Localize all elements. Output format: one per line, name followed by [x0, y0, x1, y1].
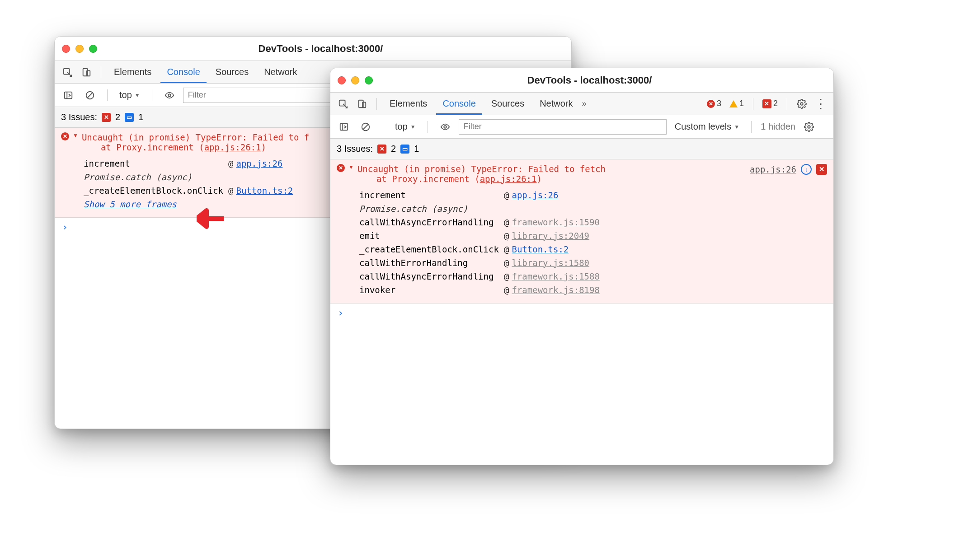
- warn-count-badge[interactable]: 1: [727, 99, 747, 108]
- error-message: ✕ ▼ Uncaught (in promise) TypeError: Fai…: [330, 159, 833, 303]
- error-source-link[interactable]: app.js:26:1: [480, 174, 537, 184]
- frame-source-link[interactable]: app.js:26: [236, 159, 282, 168]
- message-badge-icon: ▭: [400, 145, 409, 154]
- issues-msg-count: 1: [414, 144, 419, 154]
- filter-placeholder: Filter: [464, 122, 482, 131]
- eye-icon[interactable]: [161, 87, 178, 103]
- sidebar-toggle-icon[interactable]: [336, 119, 352, 135]
- filter-input[interactable]: Filter: [459, 119, 667, 135]
- dismiss-error-icon[interactable]: ✕: [816, 164, 827, 175]
- tab-console[interactable]: Console: [436, 93, 482, 115]
- issues-count-badge[interactable]: ✕ 2: [760, 99, 780, 108]
- chevron-down-icon: ▼: [410, 124, 416, 130]
- gear-icon[interactable]: [794, 96, 810, 112]
- console-toolbar: top ▼ Filter Custom levels ▼ 1 hidden: [330, 115, 833, 139]
- levels-selector[interactable]: Custom levels ▼: [672, 121, 743, 132]
- frame-source-link[interactable]: Button.ts:2: [512, 244, 569, 254]
- frame-fn: callWithErrorHandling: [359, 258, 504, 268]
- frame-at: @: [228, 159, 236, 168]
- console-prompt[interactable]: ›: [330, 303, 833, 322]
- frame-source-link[interactable]: framework.js:8198: [512, 285, 599, 295]
- close-icon[interactable]: [338, 76, 346, 84]
- window-title: DevTools - localhost:3000/: [106, 43, 535, 55]
- gear-icon[interactable]: [801, 119, 817, 135]
- error-sub-prefix: at Proxy.increment (: [376, 174, 480, 184]
- error-badge-icon: ✕: [377, 145, 386, 154]
- devtools-window-expanded: DevTools - localhost:3000/ Elements Cons…: [330, 68, 834, 465]
- inspect-icon[interactable]: [335, 96, 351, 112]
- frame-at: @: [504, 285, 512, 295]
- frame-source-link[interactable]: framework.js:1590: [512, 217, 599, 227]
- arrow-annotation-icon: [197, 208, 226, 229]
- issues-err-count: 2: [115, 112, 120, 122]
- frame-at: @: [504, 244, 512, 254]
- show-more-link[interactable]: Show 5 more frames: [84, 199, 177, 209]
- minimize-icon[interactable]: [351, 76, 359, 84]
- minimize-icon[interactable]: [75, 45, 84, 53]
- expand-icon[interactable]: ▼: [348, 164, 354, 170]
- frame-fn: Promise.catch (async): [359, 204, 504, 214]
- window-title: DevTools - localhost:3000/: [382, 75, 797, 86]
- error-count-badge[interactable]: ✕ 3: [704, 99, 724, 108]
- context-selector[interactable]: top ▼: [392, 121, 418, 132]
- frame-fn: Promise.catch (async): [84, 172, 228, 182]
- svg-point-17: [808, 126, 810, 128]
- tab-network[interactable]: Network: [533, 93, 579, 115]
- issues-msg-count: 1: [138, 112, 143, 122]
- sidebar-toggle-icon[interactable]: [60, 87, 76, 103]
- tab-sources[interactable]: Sources: [209, 61, 255, 83]
- zoom-icon[interactable]: [365, 76, 373, 84]
- traffic-lights: [338, 76, 373, 84]
- error-source-right[interactable]: app.js:26: [750, 164, 796, 174]
- frame-fn: _createElementBlock.onClick: [84, 186, 228, 196]
- stack-frame: callWithAsyncErrorHandling@framework.js:…: [359, 215, 827, 229]
- warning-icon: [729, 100, 738, 107]
- frame-source-link[interactable]: app.js:26: [512, 190, 558, 200]
- eye-icon[interactable]: [437, 119, 453, 135]
- device-icon[interactable]: [78, 64, 94, 80]
- error-source-link[interactable]: app.js:26:1: [204, 142, 261, 152]
- issues-bar[interactable]: 3 Issues: ✕ 2 ▭ 1: [330, 139, 833, 159]
- frame-source-link[interactable]: library.js:1580: [512, 258, 589, 268]
- tab-elements[interactable]: Elements: [383, 93, 433, 115]
- inspect-icon[interactable]: [59, 64, 75, 80]
- stack-frame: invoker@framework.js:8198: [359, 283, 827, 297]
- frame-at: @: [504, 217, 512, 227]
- filter-placeholder: Filter: [188, 90, 206, 100]
- frame-source-link[interactable]: Button.ts:2: [236, 186, 293, 196]
- restart-icon[interactable]: ↓: [801, 164, 812, 175]
- issues-label: 3 Issues:: [337, 144, 373, 154]
- titlebar: DevTools - localhost:3000/: [55, 37, 571, 61]
- svg-line-15: [363, 124, 368, 129]
- clear-console-icon[interactable]: [357, 119, 374, 135]
- issues-err-count: 2: [391, 144, 396, 154]
- frame-at: @: [504, 231, 512, 241]
- hidden-count[interactable]: 1 hidden: [761, 121, 795, 132]
- frame-fn: increment: [84, 159, 228, 168]
- zoom-icon[interactable]: [89, 45, 97, 53]
- stack-frame: increment@app.js:26: [359, 188, 827, 202]
- overflow-tabs[interactable]: »: [582, 99, 587, 108]
- context-label: top: [119, 90, 132, 100]
- error-head: Uncaught (in promise) TypeError: Failed …: [357, 164, 606, 174]
- tab-console[interactable]: Console: [160, 61, 206, 83]
- context-selector[interactable]: top ▼: [117, 90, 143, 100]
- tab-sources[interactable]: Sources: [485, 93, 531, 115]
- stack-frame: callWithAsyncErrorHandling@framework.js:…: [359, 270, 827, 283]
- clear-console-icon[interactable]: [82, 87, 98, 103]
- expand-icon[interactable]: ▼: [73, 132, 78, 139]
- frame-source-link[interactable]: framework.js:1588: [512, 271, 599, 281]
- device-icon[interactable]: [354, 96, 370, 112]
- tab-network[interactable]: Network: [258, 61, 303, 83]
- tab-elements[interactable]: Elements: [108, 61, 158, 83]
- chevron-down-icon: ▼: [135, 92, 140, 98]
- frame-at: @: [504, 190, 512, 200]
- frame-fn: callWithAsyncErrorHandling: [359, 217, 504, 227]
- frame-source-link[interactable]: library.js:2049: [512, 231, 589, 241]
- error-sub-suffix: ): [537, 174, 542, 184]
- error-sub-prefix: at Proxy.increment (: [101, 142, 204, 152]
- error-icon: ✕: [61, 132, 69, 140]
- more-icon[interactable]: ⋮: [813, 96, 829, 112]
- chevron-down-icon: ▼: [734, 124, 739, 130]
- close-icon[interactable]: [62, 45, 70, 53]
